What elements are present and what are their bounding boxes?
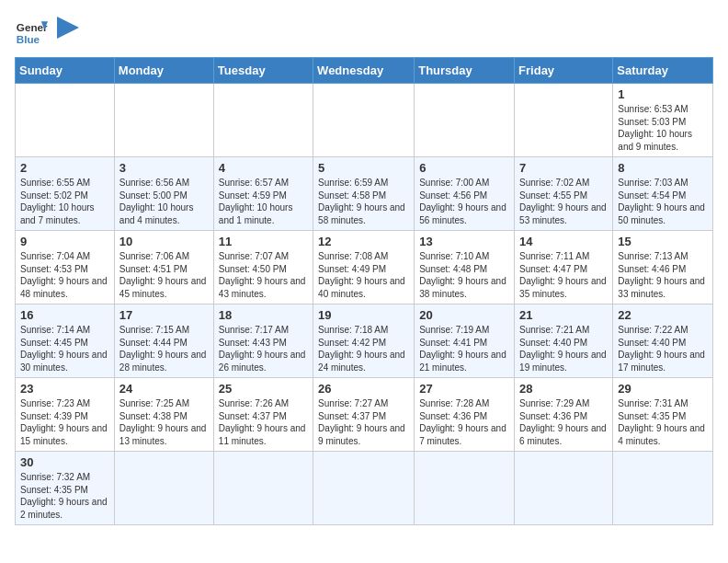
day-number: 13 <box>419 235 509 248</box>
day-number: 12 <box>318 235 409 248</box>
day-number: 30 <box>20 455 109 469</box>
day-number: 5 <box>318 161 409 175</box>
day-info: Sunrise: 7:28 AM Sunset: 4:36 PM Dayligh… <box>419 397 509 447</box>
day-number: 23 <box>20 382 109 396</box>
calendar-cell: 12Sunrise: 7:08 AM Sunset: 4:49 PM Dayli… <box>313 231 415 304</box>
logo: General Blue <box>15 15 79 48</box>
day-number: 20 <box>419 308 509 322</box>
day-info: Sunrise: 7:26 AM Sunset: 4:37 PM Dayligh… <box>219 397 308 447</box>
day-number: 4 <box>219 161 308 175</box>
day-number: 11 <box>219 235 308 248</box>
day-info: Sunrise: 6:55 AM Sunset: 5:02 PM Dayligh… <box>20 177 109 226</box>
calendar-cell: 15Sunrise: 7:13 AM Sunset: 4:46 PM Dayli… <box>613 231 713 304</box>
day-number: 25 <box>219 382 308 396</box>
day-info: Sunrise: 7:10 AM Sunset: 4:48 PM Dayligh… <box>419 250 509 300</box>
calendar-cell: 10Sunrise: 7:06 AM Sunset: 4:51 PM Dayli… <box>114 231 213 304</box>
day-number: 28 <box>519 382 608 396</box>
day-info: Sunrise: 7:25 AM Sunset: 4:38 PM Dayligh… <box>119 397 209 447</box>
day-number: 19 <box>318 308 409 322</box>
calendar-cell <box>114 452 213 525</box>
calendar-cell <box>213 84 313 157</box>
svg-marker-3 <box>57 17 79 39</box>
calendar-cell: 26Sunrise: 7:27 AM Sunset: 4:37 PM Dayli… <box>313 378 415 452</box>
day-info: Sunrise: 7:23 AM Sunset: 4:39 PM Dayligh… <box>20 397 109 447</box>
calendar-cell <box>515 84 613 157</box>
day-info: Sunrise: 6:56 AM Sunset: 5:00 PM Dayligh… <box>119 177 209 226</box>
calendar-cell: 4Sunrise: 6:57 AM Sunset: 4:59 PM Daylig… <box>213 157 313 231</box>
calendar-cell: 5Sunrise: 6:59 AM Sunset: 4:58 PM Daylig… <box>313 157 415 231</box>
day-info: Sunrise: 7:11 AM Sunset: 4:47 PM Dayligh… <box>519 250 608 300</box>
calendar-cell <box>114 84 213 157</box>
day-info: Sunrise: 6:53 AM Sunset: 5:03 PM Dayligh… <box>618 103 708 153</box>
weekday-header: Sunday <box>16 58 115 84</box>
day-number: 3 <box>119 161 209 175</box>
day-info: Sunrise: 7:31 AM Sunset: 4:35 PM Dayligh… <box>618 397 708 447</box>
day-number: 14 <box>519 235 608 248</box>
calendar-cell: 17Sunrise: 7:15 AM Sunset: 4:44 PM Dayli… <box>114 304 213 378</box>
page-header: General Blue <box>15 15 713 48</box>
calendar-cell: 24Sunrise: 7:25 AM Sunset: 4:38 PM Dayli… <box>114 378 213 452</box>
calendar-cell: 16Sunrise: 7:14 AM Sunset: 4:45 PM Dayli… <box>16 304 115 378</box>
calendar-cell <box>16 84 115 157</box>
calendar-cell: 11Sunrise: 7:07 AM Sunset: 4:50 PM Dayli… <box>213 231 313 304</box>
day-info: Sunrise: 7:21 AM Sunset: 4:40 PM Dayligh… <box>519 324 608 373</box>
calendar-week-row: 1Sunrise: 6:53 AM Sunset: 5:03 PM Daylig… <box>16 84 713 157</box>
calendar-cell: 25Sunrise: 7:26 AM Sunset: 4:37 PM Dayli… <box>213 378 313 452</box>
calendar-header-row: SundayMondayTuesdayWednesdayThursdayFrid… <box>16 58 713 84</box>
calendar-cell: 23Sunrise: 7:23 AM Sunset: 4:39 PM Dayli… <box>16 378 115 452</box>
day-info: Sunrise: 7:13 AM Sunset: 4:46 PM Dayligh… <box>618 250 708 300</box>
day-number: 7 <box>519 161 608 175</box>
calendar-cell <box>415 84 515 157</box>
day-number: 29 <box>618 382 708 396</box>
day-number: 18 <box>219 308 308 322</box>
calendar-week-row: 9Sunrise: 7:04 AM Sunset: 4:53 PM Daylig… <box>16 231 713 304</box>
day-number: 17 <box>119 308 209 322</box>
logo-icon: General Blue <box>15 15 48 48</box>
calendar-week-row: 16Sunrise: 7:14 AM Sunset: 4:45 PM Dayli… <box>16 304 713 378</box>
day-number: 1 <box>618 87 708 101</box>
day-info: Sunrise: 7:00 AM Sunset: 4:56 PM Dayligh… <box>419 177 509 226</box>
day-info: Sunrise: 7:07 AM Sunset: 4:50 PM Dayligh… <box>219 250 308 300</box>
day-info: Sunrise: 7:17 AM Sunset: 4:43 PM Dayligh… <box>219 324 308 373</box>
day-number: 27 <box>419 382 509 396</box>
calendar-cell: 29Sunrise: 7:31 AM Sunset: 4:35 PM Dayli… <box>613 378 713 452</box>
calendar-cell: 18Sunrise: 7:17 AM Sunset: 4:43 PM Dayli… <box>213 304 313 378</box>
calendar-cell <box>415 452 515 525</box>
calendar-cell: 13Sunrise: 7:10 AM Sunset: 4:48 PM Dayli… <box>415 231 515 304</box>
calendar-week-row: 23Sunrise: 7:23 AM Sunset: 4:39 PM Dayli… <box>16 378 713 452</box>
day-number: 6 <box>419 161 509 175</box>
calendar-cell: 20Sunrise: 7:19 AM Sunset: 4:41 PM Dayli… <box>415 304 515 378</box>
calendar-cell: 22Sunrise: 7:22 AM Sunset: 4:40 PM Dayli… <box>613 304 713 378</box>
calendar-cell <box>313 84 415 157</box>
day-number: 26 <box>318 382 409 396</box>
weekday-header: Thursday <box>415 58 515 84</box>
day-info: Sunrise: 7:29 AM Sunset: 4:36 PM Dayligh… <box>519 397 608 447</box>
day-info: Sunrise: 7:27 AM Sunset: 4:37 PM Dayligh… <box>318 397 409 447</box>
calendar-table: SundayMondayTuesdayWednesdayThursdayFrid… <box>15 57 713 525</box>
calendar-cell: 6Sunrise: 7:00 AM Sunset: 4:56 PM Daylig… <box>415 157 515 231</box>
svg-text:Blue: Blue <box>17 33 40 45</box>
day-info: Sunrise: 7:04 AM Sunset: 4:53 PM Dayligh… <box>20 250 109 300</box>
day-number: 15 <box>618 235 708 248</box>
day-number: 2 <box>20 161 109 175</box>
calendar-cell <box>213 452 313 525</box>
day-info: Sunrise: 7:14 AM Sunset: 4:45 PM Dayligh… <box>20 324 109 373</box>
logo-arrow-icon <box>57 17 79 39</box>
calendar-cell <box>515 452 613 525</box>
calendar-cell: 3Sunrise: 6:56 AM Sunset: 5:00 PM Daylig… <box>114 157 213 231</box>
calendar-cell: 9Sunrise: 7:04 AM Sunset: 4:53 PM Daylig… <box>16 231 115 304</box>
day-info: Sunrise: 7:03 AM Sunset: 4:54 PM Dayligh… <box>618 177 708 226</box>
day-info: Sunrise: 7:32 AM Sunset: 4:35 PM Dayligh… <box>20 471 109 521</box>
calendar-cell: 14Sunrise: 7:11 AM Sunset: 4:47 PM Dayli… <box>515 231 613 304</box>
calendar-cell: 19Sunrise: 7:18 AM Sunset: 4:42 PM Dayli… <box>313 304 415 378</box>
calendar-cell: 30Sunrise: 7:32 AM Sunset: 4:35 PM Dayli… <box>16 452 115 525</box>
calendar-cell: 21Sunrise: 7:21 AM Sunset: 4:40 PM Dayli… <box>515 304 613 378</box>
day-info: Sunrise: 7:06 AM Sunset: 4:51 PM Dayligh… <box>119 250 209 300</box>
calendar-cell: 1Sunrise: 6:53 AM Sunset: 5:03 PM Daylig… <box>613 84 713 157</box>
calendar-week-row: 30Sunrise: 7:32 AM Sunset: 4:35 PM Dayli… <box>16 452 713 525</box>
day-info: Sunrise: 7:19 AM Sunset: 4:41 PM Dayligh… <box>419 324 509 373</box>
day-number: 9 <box>20 235 109 248</box>
day-info: Sunrise: 6:59 AM Sunset: 4:58 PM Dayligh… <box>318 177 409 226</box>
day-number: 8 <box>618 161 708 175</box>
weekday-header: Tuesday <box>213 58 313 84</box>
